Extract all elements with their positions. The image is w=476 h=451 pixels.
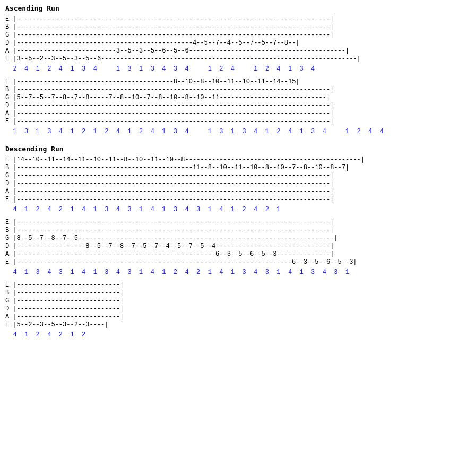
desc-fingers-row-1: 4 1 2 4 2 1 4 1 3 4 3 1 4 1 3 4 3 1 4 1 … xyxy=(5,205,471,214)
fingers-row-1: 2 4 1 2 4 1 3 4 1 3 1 3 4 3 4 1 2 4 1 2 … xyxy=(5,64,471,74)
desc3-a-string-row-1: A |---------------------------| xyxy=(5,313,471,321)
a-string-row-1: A |--------------------------3--5--3--5-… xyxy=(5,47,471,55)
low-e-string-row-1: E |3--5--2--3--5--3--5--6---------------… xyxy=(5,55,471,63)
b-string-row-2: B |-------------------------------------… xyxy=(5,86,471,94)
desc-e-string-row-1: E |14--10--11--14--11--10--11--8--10--11… xyxy=(5,156,471,164)
desc2-e-string-row-1: E |-------------------------------------… xyxy=(5,219,471,227)
low-e-string-row-2: E |-------------------------------------… xyxy=(5,118,471,126)
desc-d-string-row-1: D |-------------------------------------… xyxy=(5,180,471,188)
desc2-g-string-row-1: G |8--5--7--8--7--5---------------------… xyxy=(5,235,471,242)
desc-b-string-row-1: B |-------------------------------------… xyxy=(5,164,471,172)
d-string-row-1: D |-------------------------------------… xyxy=(5,39,471,47)
b-string-row-1: B |-------------------------------------… xyxy=(5,23,471,31)
g-string-row-2: G |5--7--5--7--8--7--8-----7--8--10--7--… xyxy=(5,94,471,102)
descending-staff-2: E |-------------------------------------… xyxy=(5,219,471,277)
desc3-low-e-string-row-1: E |5--2--3--5--3--2--3----| xyxy=(5,321,471,329)
desc-a-string-row-1: A |-------------------------------------… xyxy=(5,188,471,196)
desc3-b-string-row-1: B |---------------------------| xyxy=(5,289,471,297)
ascending-staff-1: E |-------------------------------------… xyxy=(5,15,471,74)
a-string-row-2: A |-------------------------------------… xyxy=(5,110,471,118)
desc3-g-string-row-1: G |---------------------------| xyxy=(5,297,471,305)
desc3-e-string-row-1: E |---------------------------| xyxy=(5,281,471,289)
desc3-d-string-row-1: D |---------------------------| xyxy=(5,305,471,313)
desc2-low-e-string-row-1: E |-------------------------------------… xyxy=(5,258,471,266)
descending-staff-1: E |14--10--11--14--11--10--11--8--10--11… xyxy=(5,156,471,214)
e-string-row-2: E |-------------------------------------… xyxy=(5,78,471,86)
desc-low-e-string-row-1: E |-------------------------------------… xyxy=(5,196,471,204)
g-string-row-1: G |-------------------------------------… xyxy=(5,31,471,39)
desc-g-string-row-1: G |-------------------------------------… xyxy=(5,172,471,180)
desc2-b-string-row-1: B |-------------------------------------… xyxy=(5,227,471,235)
desc2-fingers-row-1: 4 1 3 4 3 1 4 1 3 4 3 1 4 1 2 4 2 1 4 1 … xyxy=(5,267,471,277)
desc2-d-string-row-1: D |------------------8--5--7--8--7--5--7… xyxy=(5,242,471,250)
page-container: Ascending Run E |-----------------------… xyxy=(5,4,471,340)
desc3-fingers-row-1: 4 1 2 4 2 1 2 xyxy=(5,330,471,340)
descending-run-title: Descending Run xyxy=(5,145,471,153)
ascending-run-title: Ascending Run xyxy=(5,4,471,12)
desc2-a-string-row-1: A |-------------------------------------… xyxy=(5,250,471,258)
descending-staff-3: E |---------------------------| B |-----… xyxy=(5,281,471,340)
fingers-row-2: 1 3 1 3 4 1 2 1 2 4 1 2 4 1 3 4 1 3 1 3 … xyxy=(5,127,471,136)
e-string-row-1: E |-------------------------------------… xyxy=(5,15,471,23)
ascending-staff-2: E |-------------------------------------… xyxy=(5,78,471,136)
d-string-row-2: D |-------------------------------------… xyxy=(5,102,471,110)
